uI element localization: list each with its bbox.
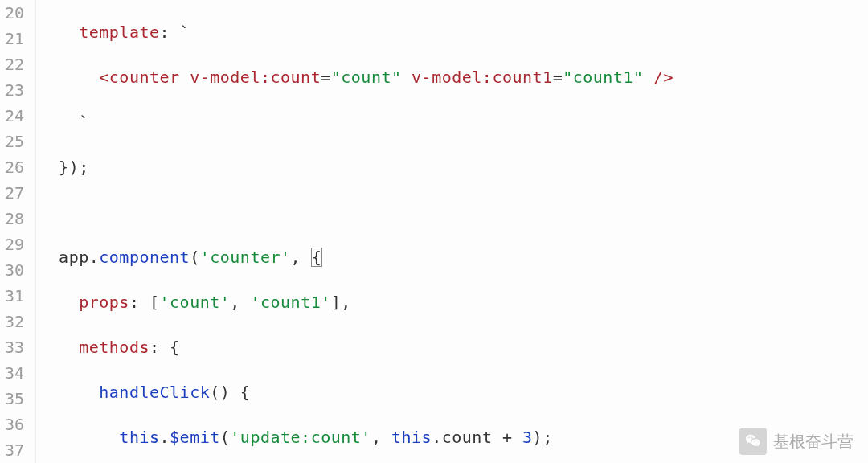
method: component — [99, 248, 190, 267]
this-keyword: this — [119, 428, 159, 447]
line-number: 28 — [5, 206, 24, 232]
line-number: 20 — [5, 0, 24, 26]
line-number: 25 — [5, 129, 24, 154]
code-line[interactable]: methods: { — [59, 334, 868, 360]
html-attr: v-model:count1 — [402, 68, 553, 87]
code-line[interactable]: }); — [59, 154, 868, 180]
line-number: 23 — [5, 77, 24, 103]
code-editor[interactable]: template: ` <counter v-model:count="coun… — [36, 0, 868, 463]
code-line[interactable]: ` — [59, 109, 868, 135]
property: count — [442, 428, 493, 447]
cursor-brace-highlight: { — [311, 248, 323, 267]
html-tag: /> — [644, 68, 674, 87]
line-number: 29 — [5, 232, 24, 257]
line-number: 27 — [5, 180, 24, 206]
line-number: 34 — [5, 360, 24, 386]
code-line[interactable]: <counter v-model:count="count" v-model:c… — [59, 64, 868, 90]
code-line[interactable]: handleClick() { — [59, 379, 868, 405]
line-number: 32 — [5, 309, 24, 334]
html-attr: v-model:count — [180, 68, 321, 87]
method-name: handleClick — [99, 383, 210, 402]
property-key: template — [79, 23, 159, 42]
line-number: 37 — [5, 437, 24, 463]
string: "count1" — [563, 68, 643, 87]
html-tag: <counter — [99, 68, 179, 87]
code-line[interactable]: props: ['count', 'count1'], — [59, 289, 868, 315]
code-line[interactable]: template: ` — [59, 19, 868, 45]
string: 'count' — [160, 293, 231, 312]
number: 3 — [522, 428, 533, 447]
identifier: app — [59, 248, 89, 267]
property-key: props — [79, 293, 129, 312]
line-number: 31 — [5, 283, 24, 309]
line-number: 36 — [5, 412, 24, 437]
string: 'update:count' — [230, 428, 371, 447]
line-number: 26 — [5, 154, 24, 180]
string: 'count1' — [250, 293, 330, 312]
line-number: 35 — [5, 386, 24, 412]
code-line[interactable] — [59, 199, 868, 225]
line-number: 21 — [5, 26, 24, 51]
line-number-gutter: 20 21 22 23 24 25 26 27 28 29 30 31 32 3… — [0, 0, 36, 463]
string: 'counter' — [200, 248, 291, 267]
code-line[interactable]: app.component('counter', { — [59, 244, 868, 270]
this-keyword: this — [391, 428, 432, 447]
line-number: 30 — [5, 257, 24, 283]
code-line[interactable]: this.$emit('update:count', this.count + … — [59, 424, 868, 450]
line-number: 22 — [5, 51, 24, 77]
emit-method: $emit — [170, 428, 220, 447]
string: "count" — [331, 68, 402, 87]
line-number: 24 — [5, 103, 24, 129]
line-number: 33 — [5, 334, 24, 360]
property-key: methods — [79, 338, 149, 357]
